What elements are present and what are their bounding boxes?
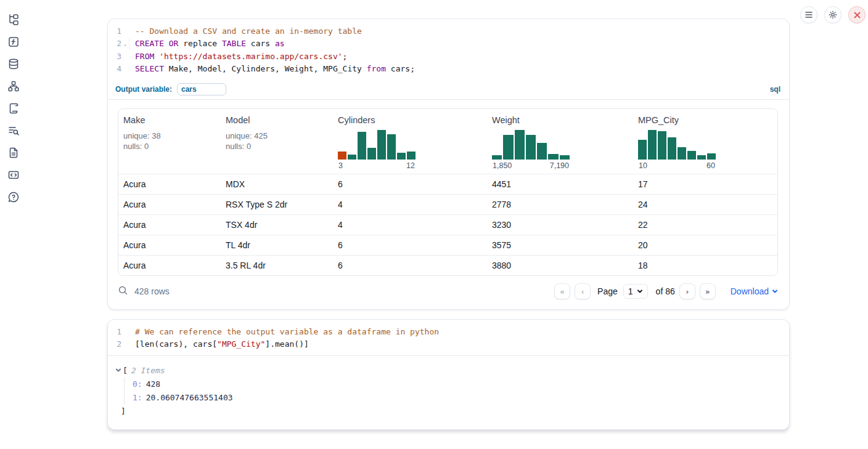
- page-of-label: of 86: [656, 286, 675, 296]
- code-line[interactable]: 3FROM 'https://datasets.marimo.app/cars.…: [108, 51, 789, 63]
- code-line[interactable]: 4SELECT Make, Model, Cylinders, Weight, …: [108, 63, 789, 75]
- column-name[interactable]: MPG_City: [638, 115, 772, 125]
- datasources-icon[interactable]: [7, 58, 20, 70]
- table-row[interactable]: AcuraTL 4dr6357520: [118, 235, 777, 255]
- table-cell: Acura: [118, 240, 221, 250]
- code-line[interactable]: 2[len(cars), cars["MPG_City"].mean()]: [108, 338, 789, 350]
- prev-page-button[interactable]: ‹: [575, 283, 591, 299]
- table-cell: 20: [633, 240, 777, 250]
- tree-items-count: 2 Items: [131, 364, 165, 378]
- histogram-bar: [387, 134, 396, 160]
- histogram-bar: [503, 135, 513, 160]
- code-text: SELECT Make, Model, Cylinders, Weight, M…: [129, 63, 415, 75]
- file-explorer-icon[interactable]: [7, 14, 20, 26]
- help-icon[interactable]: [7, 191, 20, 203]
- sql-code-editor[interactable]: 1-- Download a CSV and create an in-memo…: [108, 19, 789, 80]
- table-footer: 428 rows « ‹ Page 1 of 86 › » Download: [108, 276, 789, 309]
- code-line[interactable]: 1-- Download a CSV and create an in-memo…: [108, 25, 789, 38]
- output-variable-label: Output variable:: [115, 85, 172, 94]
- last-page-button[interactable]: »: [700, 283, 716, 299]
- tree-root-row[interactable]: [ 2 Items: [115, 364, 779, 378]
- table-cell: MDX: [221, 179, 333, 189]
- table-cell: 3230: [487, 220, 633, 230]
- tree-entry-value: 20.060747663551403: [146, 393, 233, 402]
- next-page-button[interactable]: ›: [679, 283, 695, 299]
- variables-icon[interactable]: [7, 36, 20, 48]
- left-sidebar: [0, 0, 27, 203]
- code-line[interactable]: 2⌄CREATE OR replace TABLE cars as: [108, 38, 789, 51]
- output-variable-row: Output variable: sql: [108, 80, 789, 100]
- download-button[interactable]: Download: [731, 286, 778, 296]
- histogram-bar: [526, 135, 536, 160]
- fold-chevron-icon[interactable]: ⌄: [121, 38, 129, 51]
- table-cell: 24: [633, 200, 777, 209]
- table-cell: 6: [333, 261, 487, 270]
- menu-button[interactable]: [800, 6, 817, 23]
- search-icon[interactable]: [118, 285, 128, 298]
- code-line[interactable]: 1# We can reference the output variable …: [108, 326, 789, 338]
- line-number: 1: [108, 25, 121, 38]
- histogram-axis: 312: [338, 161, 416, 170]
- app-window: 1-- Download a CSV and create an in-memo…: [0, 0, 868, 449]
- histogram-bar: [697, 155, 706, 160]
- documentation-icon[interactable]: [7, 147, 20, 159]
- page-label: Page: [597, 286, 618, 296]
- histogram-bars: [338, 129, 416, 160]
- histogram-bar: [348, 155, 356, 160]
- table-cell: 4: [333, 200, 487, 209]
- column-header[interactable]: Cylinders312: [333, 115, 487, 170]
- column-name[interactable]: Weight: [492, 115, 628, 125]
- histogram-bar: [707, 153, 716, 160]
- table-cell: TL 4dr: [221, 240, 333, 250]
- collapse-chevron-icon[interactable]: [115, 364, 123, 378]
- table-cell: 17: [633, 179, 777, 189]
- column-name[interactable]: Make: [123, 115, 216, 125]
- output-variable-input[interactable]: [177, 83, 226, 95]
- tree-entry[interactable]: 1:20.060747663551403: [133, 391, 779, 405]
- column-histogram[interactable]: 1,8507,190: [492, 129, 570, 170]
- column-histogram[interactable]: 1060: [638, 129, 716, 170]
- histogram-bars: [492, 129, 570, 160]
- close-icon: [854, 12, 861, 18]
- chevron-down-icon: [772, 288, 778, 294]
- table-cell: 18: [633, 261, 777, 270]
- notebook-area: 1-- Download a CSV and create an in-memo…: [107, 18, 790, 430]
- chevron-down-icon: [637, 288, 643, 294]
- scratchpad-icon[interactable]: [7, 102, 20, 115]
- histogram-bar: [338, 152, 346, 160]
- histogram-bar: [367, 148, 376, 160]
- table-row[interactable]: Acura3.5 RL 4dr6388018: [118, 255, 777, 275]
- histogram-bar: [407, 152, 416, 160]
- column-name[interactable]: Cylinders: [338, 115, 482, 125]
- table-cell: 22: [633, 220, 777, 230]
- histogram-bar: [560, 155, 570, 160]
- settings-button[interactable]: [824, 6, 841, 23]
- line-number: 2: [108, 338, 121, 350]
- column-name[interactable]: Model: [226, 115, 328, 125]
- table-row[interactable]: AcuraRSX Type S 2dr4277824: [118, 194, 777, 214]
- tree-entry-value: 428: [146, 379, 160, 389]
- table-row[interactable]: AcuraMDX6445117: [118, 174, 777, 194]
- first-page-button[interactable]: «: [554, 283, 570, 299]
- column-header[interactable]: Makeunique: 38nulls: 0: [118, 115, 221, 170]
- column-header[interactable]: Weight1,8507,190: [487, 115, 633, 170]
- histogram-bar: [377, 130, 386, 160]
- tree-entry-key: 1:: [133, 393, 142, 402]
- table-cell: RSX Type S 2dr: [221, 200, 333, 209]
- top-controls: [800, 6, 866, 23]
- logs-icon[interactable]: [7, 124, 20, 137]
- column-header[interactable]: MPG_City1060: [633, 115, 777, 170]
- row-count: 428 rows: [134, 286, 170, 296]
- column-histogram[interactable]: 312: [338, 129, 416, 170]
- table-row[interactable]: AcuraTSX 4dr4323022: [118, 214, 777, 235]
- histogram-bar: [537, 143, 547, 160]
- histogram-bar: [638, 140, 647, 160]
- close-button[interactable]: [848, 6, 866, 23]
- column-header[interactable]: Modelunique: 425nulls: 0: [221, 115, 333, 170]
- snippets-icon[interactable]: [7, 169, 20, 181]
- page-select[interactable]: 1: [623, 284, 648, 299]
- dependencies-icon[interactable]: [7, 80, 20, 92]
- gear-icon: [828, 10, 838, 20]
- tree-entry[interactable]: 0:428: [133, 378, 779, 391]
- python-code-editor[interactable]: 1# We can reference the output variable …: [108, 320, 789, 355]
